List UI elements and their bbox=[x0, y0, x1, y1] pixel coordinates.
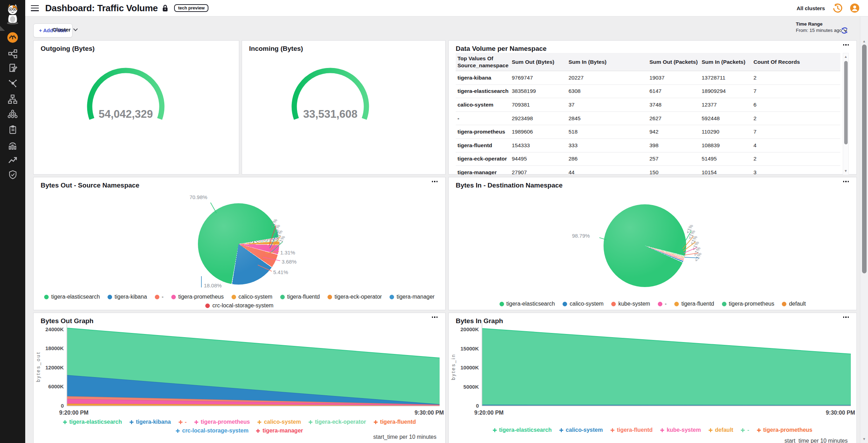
legend-item[interactable]: tigera-elasticsearch bbox=[500, 301, 555, 307]
column-header[interactable]: Sum Out (Packets) bbox=[649, 59, 702, 65]
legend-item[interactable]: crc-local-storage-system bbox=[205, 302, 273, 309]
svg-text:18000K: 18000K bbox=[45, 345, 64, 351]
svg-text:54,042,329: 54,042,329 bbox=[98, 108, 153, 120]
legend-item[interactable]: crc-local-storage-system bbox=[176, 428, 248, 434]
legend-item[interactable]: tigera-elasticsearch bbox=[44, 294, 100, 300]
value-cell: 4 bbox=[753, 142, 840, 149]
panel-bytes-in-pie: Bytes In - Destination Namespace 98.79%<… bbox=[448, 177, 857, 310]
page-scrollbar[interactable]: ▲ ▼ bbox=[860, 16, 868, 443]
time-range-control[interactable]: Time Range From: 15 minutes ago bbox=[796, 21, 847, 34]
scroll-down-icon[interactable]: ▼ bbox=[843, 169, 848, 173]
table-scrollbar-thumb[interactable] bbox=[844, 61, 848, 144]
legend-item[interactable]: tigera-fluentd bbox=[611, 427, 653, 433]
legend-dot-icon bbox=[611, 302, 616, 306]
legend-item[interactable]: - bbox=[741, 427, 749, 433]
legend-label: tigera-manager bbox=[397, 294, 435, 300]
panel-menu-icon[interactable] bbox=[430, 314, 440, 320]
pie-percent-label: 1.31% bbox=[280, 250, 295, 255]
namespace-cell: - bbox=[457, 115, 512, 122]
panel-menu-icon[interactable] bbox=[841, 179, 851, 184]
bytes-in-pie[interactable] bbox=[604, 204, 686, 287]
legend-item[interactable]: tigera-fluentd bbox=[674, 301, 714, 307]
legend-label: tigera-elasticsearch bbox=[499, 427, 552, 433]
svg-text:9:30:00 PM: 9:30:00 PM bbox=[826, 410, 855, 416]
sidebar-item-threat-defense[interactable] bbox=[7, 169, 19, 180]
legend-item[interactable]: calico-system bbox=[232, 294, 273, 300]
legend-item[interactable]: calico-system bbox=[257, 419, 301, 425]
page-scrollbar-thumb[interactable] bbox=[862, 45, 867, 273]
legend-label: - bbox=[747, 427, 749, 433]
legend-dot-icon bbox=[280, 295, 285, 299]
trend-arrow-icon bbox=[8, 155, 18, 165]
legend-item[interactable]: tigera-prometheus bbox=[757, 427, 812, 433]
legend-item[interactable]: tigera-fluentd bbox=[374, 419, 416, 425]
policy-document-icon bbox=[8, 63, 18, 73]
legend-item[interactable]: calico-system bbox=[559, 427, 603, 433]
legend-cross-icon bbox=[741, 428, 745, 432]
legend-item[interactable]: tigera-manager bbox=[256, 428, 303, 434]
column-header[interactable]: Count Of Records bbox=[753, 59, 840, 65]
sidebar-item-service-graph[interactable] bbox=[7, 77, 19, 89]
legend-item[interactable]: - bbox=[658, 301, 667, 307]
table-row: tigera-fluentd1543333333981088394 bbox=[456, 139, 840, 152]
scroll-down-icon[interactable]: ▼ bbox=[860, 437, 868, 441]
all-clusters-label[interactable]: All clusters bbox=[797, 5, 825, 11]
value-cell: 51495 bbox=[702, 156, 753, 162]
history-icon[interactable] bbox=[832, 3, 843, 14]
column-header[interactable]: Sum In (Bytes) bbox=[569, 59, 649, 65]
value-cell: 12377 bbox=[702, 102, 753, 108]
svg-text:10000K: 10000K bbox=[460, 364, 479, 370]
legend-item[interactable]: tigera-elasticsearch bbox=[63, 419, 122, 425]
legend-item[interactable]: tigera-prometheus bbox=[194, 419, 250, 425]
legend-item[interactable]: tigera-eck-operator bbox=[309, 419, 366, 425]
column-header[interactable]: Sum Out (Bytes) bbox=[512, 59, 569, 65]
user-avatar-icon[interactable] bbox=[850, 3, 860, 13]
panel-title: Bytes In - Destination Namespace bbox=[456, 182, 563, 189]
legend-item[interactable]: tigera-eck-operator bbox=[328, 294, 382, 300]
cluster-dropdown[interactable]: Cluster bbox=[53, 27, 77, 33]
table-row: calico-system709381373748123776 bbox=[456, 98, 840, 112]
sidebar-item-clusters[interactable] bbox=[7, 108, 19, 120]
value-cell: 2923498 bbox=[512, 115, 569, 122]
column-header[interactable]: Top Values Of Source_namespace bbox=[457, 55, 512, 69]
table-scrollbar[interactable]: ▲ ▼ bbox=[843, 53, 849, 175]
legend-item[interactable]: tigera-kibana bbox=[108, 294, 147, 300]
panel-menu-icon[interactable] bbox=[841, 314, 851, 320]
legend-item[interactable]: tigera-prometheus bbox=[171, 294, 224, 300]
sidebar-item-compliance-reports[interactable] bbox=[7, 124, 19, 136]
refresh-icon[interactable] bbox=[840, 26, 849, 35]
legend-item[interactable]: tigera-manager bbox=[390, 294, 435, 300]
legend-item[interactable]: - bbox=[179, 419, 187, 425]
legend-label: tigera-prometheus bbox=[178, 294, 224, 300]
legend-item[interactable]: default bbox=[709, 427, 733, 433]
sidebar-item-dashboards[interactable] bbox=[7, 32, 19, 43]
sidebar-item-network-topology[interactable] bbox=[7, 48, 19, 60]
legend-item[interactable]: calico-system bbox=[563, 301, 604, 307]
legend-item[interactable]: kube-system bbox=[660, 427, 701, 433]
panel-menu-icon[interactable] bbox=[841, 42, 851, 48]
column-header[interactable]: Sum In (Packets) bbox=[702, 59, 753, 65]
hamburger-menu-icon[interactable] bbox=[31, 5, 39, 11]
legend-item[interactable]: tigera-elasticsearch bbox=[493, 427, 552, 433]
shield-check-icon bbox=[8, 170, 18, 179]
sidebar-item-node-hierarchy[interactable] bbox=[7, 93, 19, 105]
legend-item[interactable]: tigera-kibana bbox=[130, 419, 171, 425]
legend-item[interactable]: default bbox=[782, 301, 806, 307]
bytes-out-pie[interactable] bbox=[198, 203, 279, 285]
legend-label: tigera-eck-operator bbox=[315, 419, 366, 425]
sidebar-item-policies[interactable] bbox=[7, 62, 19, 74]
scroll-up-icon[interactable]: ▲ bbox=[843, 55, 848, 59]
scroll-up-icon[interactable]: ▲ bbox=[860, 40, 868, 43]
sidebar-item-activity-stats[interactable] bbox=[7, 139, 19, 151]
legend-dot-icon bbox=[500, 302, 504, 306]
legend-item[interactable]: kube-system bbox=[611, 301, 650, 307]
legend-dot-icon bbox=[205, 304, 210, 308]
legend-item[interactable]: tigera-fluentd bbox=[280, 294, 320, 300]
legend-item[interactable]: - bbox=[155, 294, 164, 300]
sidebar-item-trends[interactable] bbox=[7, 154, 19, 166]
panel-menu-icon[interactable] bbox=[430, 179, 440, 184]
legend-item[interactable]: tigera-prometheus bbox=[722, 301, 774, 307]
bytes-in-pie-chart-area: 98.79%<1%<1%<1%<1%<1%<1% bbox=[449, 177, 856, 310]
bytes-in-area-chart: 05000K10000K15000K20000K9:20:00 PM9:30:0… bbox=[449, 313, 857, 418]
panel-title: Data Volume per Namespace bbox=[456, 45, 546, 53]
